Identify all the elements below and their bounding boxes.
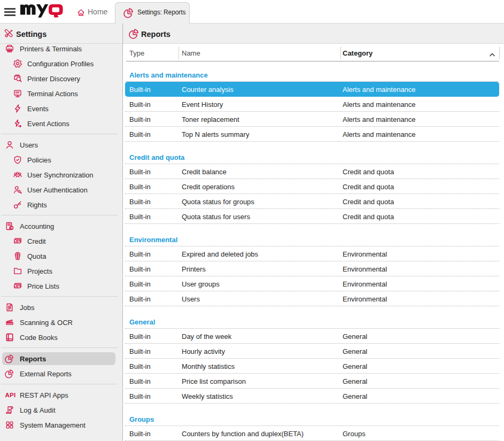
svg-text:API: API: [5, 392, 16, 398]
